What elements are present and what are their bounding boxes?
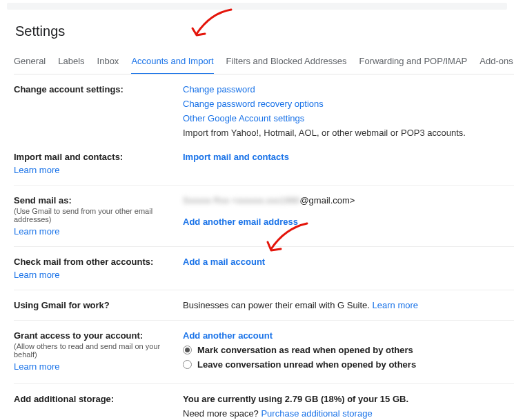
top-banner-placeholder	[7, 3, 507, 10]
leave-unread-label: Leave conversation unread when opened by…	[197, 359, 416, 370]
purchase-storage-link[interactable]: Purchase additional storage	[261, 408, 372, 419]
import-mail-action-link[interactable]: Import mail and contacts	[183, 152, 289, 162]
change-password-link[interactable]: Change password	[183, 84, 255, 94]
check-mail-title: Check mail from other accounts:	[14, 257, 176, 267]
storage-title: Add additional storage:	[14, 394, 176, 404]
grant-title: Grant access to your account:	[14, 330, 176, 341]
other-account-settings-link[interactable]: Other Google Account settings	[183, 113, 304, 123]
add-another-email-link[interactable]: Add another email address	[183, 217, 298, 227]
settings-tabs: General Labels Inbox Accounts and Import…	[14, 52, 514, 74]
tab-forwarding[interactable]: Forwarding and POP/IMAP	[359, 52, 467, 74]
send-as-email-suffix: @gmail.com>	[299, 195, 355, 206]
storage-need-more: Need more space?	[183, 408, 261, 419]
add-mail-account-link[interactable]: Add a mail account	[183, 257, 265, 267]
import-mail-title: Import mail and contacts:	[14, 152, 176, 162]
tab-addons[interactable]: Add-ons	[480, 52, 513, 74]
mark-read-option[interactable]: Mark conversation as read when opened by…	[183, 345, 514, 355]
tab-accounts-import[interactable]: Accounts and Import	[131, 52, 213, 74]
mark-read-label: Mark conversation as read when opened by…	[197, 345, 413, 355]
send-as-email-redacted-prefix: <xxxxxx.xxx1990	[232, 195, 300, 206]
import-learn-more-link[interactable]: Learn more	[14, 165, 59, 175]
send-as-learn-more-link[interactable]: Learn more	[14, 226, 59, 237]
radio-icon	[183, 346, 192, 354]
storage-usage: You are currently using 2.79 GB (18%) of…	[183, 394, 514, 404]
change-account-title: Change account settings:	[14, 84, 176, 94]
send-as-hint: (Use Gmail to send from your other email…	[14, 207, 176, 223]
leave-unread-option[interactable]: Leave conversation unread when opened by…	[183, 359, 514, 370]
send-as-identity: Sxxxxx Rxx <xxxxxx.xxx1990@gmail.com>	[183, 195, 514, 206]
check-mail-learn-more-link[interactable]: Learn more	[14, 270, 59, 280]
send-as-title: Send mail as:	[14, 195, 176, 206]
add-another-account-link[interactable]: Add another account	[183, 330, 273, 341]
work-title: Using Gmail for work?	[14, 300, 176, 310]
send-as-name-redacted: Sxxxxx Rxx	[183, 195, 229, 206]
work-desc: Businesses can power their email with G …	[183, 300, 373, 310]
grant-learn-more-link[interactable]: Learn more	[14, 361, 59, 372]
change-recovery-link[interactable]: Change password recovery options	[183, 99, 324, 109]
tab-filters[interactable]: Filters and Blocked Addresses	[226, 52, 347, 74]
import-desc: Import from Yahoo!, Hotmail, AOL, or oth…	[183, 128, 514, 138]
page-title: Settings	[15, 23, 514, 39]
work-learn-more-link[interactable]: Learn more	[373, 300, 418, 310]
grant-hint: (Allow others to read and send mail on y…	[14, 342, 176, 359]
tab-labels[interactable]: Labels	[58, 52, 84, 74]
tab-inbox[interactable]: Inbox	[97, 52, 119, 74]
tab-general[interactable]: General	[14, 52, 46, 74]
radio-icon	[183, 360, 192, 369]
